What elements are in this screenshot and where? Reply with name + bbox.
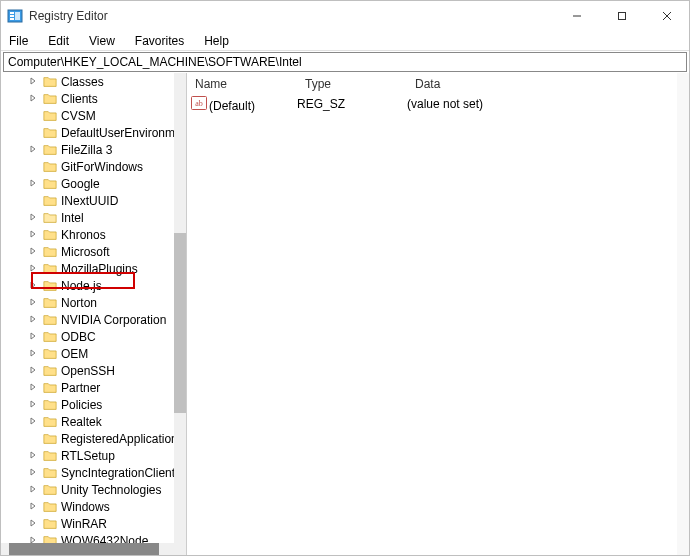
tree-item-google[interactable]: Google xyxy=(1,175,187,192)
chevron-right-icon[interactable] xyxy=(27,145,39,155)
folder-icon xyxy=(43,279,57,293)
chevron-right-icon[interactable] xyxy=(27,230,39,240)
chevron-right-icon[interactable] xyxy=(27,383,39,393)
tree-item-unity-technologies[interactable]: Unity Technologies xyxy=(1,481,187,498)
chevron-right-icon[interactable] xyxy=(27,332,39,342)
chevron-right-icon[interactable] xyxy=(27,502,39,512)
tree-item-oem[interactable]: OEM xyxy=(1,345,187,362)
list-vertical-scrollbar[interactable] xyxy=(677,73,689,555)
tree-item-classes[interactable]: Classes xyxy=(1,73,187,90)
tree-item-policies[interactable]: Policies xyxy=(1,396,187,413)
tree-item-label: WinRAR xyxy=(61,517,107,531)
tree-item-label: GitForWindows xyxy=(61,160,143,174)
tree-item-norton[interactable]: Norton xyxy=(1,294,187,311)
column-header-data[interactable]: Data xyxy=(407,77,689,91)
tree-item-label: Google xyxy=(61,177,100,191)
chevron-right-icon[interactable] xyxy=(27,485,39,495)
tree-item-label: FileZilla 3 xyxy=(61,143,112,157)
value-type-cell: REG_SZ xyxy=(297,97,407,111)
tree-item-nvidia-corporation[interactable]: NVIDIA Corporation xyxy=(1,311,187,328)
tree-item-label: OpenSSH xyxy=(61,364,115,378)
tree-view[interactable]: ClassesClientsCVSMDefaultUserEnvironment… xyxy=(1,73,187,549)
tree-item-microsoft[interactable]: Microsoft xyxy=(1,243,187,260)
svg-text:ab: ab xyxy=(195,99,203,108)
chevron-right-icon[interactable] xyxy=(27,298,39,308)
minimize-button[interactable] xyxy=(554,1,599,31)
tree-item-defaultuserenvironment[interactable]: DefaultUserEnvironment xyxy=(1,124,187,141)
folder-icon xyxy=(43,449,57,463)
list-row[interactable]: ab(Default)REG_SZ(value not set) xyxy=(187,95,689,113)
folder-icon xyxy=(43,75,57,89)
tree-item-label: OEM xyxy=(61,347,88,361)
folder-icon xyxy=(43,432,57,446)
address-text: Computer\HKEY_LOCAL_MACHINE\SOFTWARE\Int… xyxy=(8,55,302,69)
tree-item-label: Norton xyxy=(61,296,97,310)
svg-rect-3 xyxy=(10,18,14,20)
folder-icon xyxy=(43,364,57,378)
chevron-right-icon[interactable] xyxy=(27,179,39,189)
column-header-name[interactable]: Name xyxy=(187,77,297,91)
address-bar[interactable]: Computer\HKEY_LOCAL_MACHINE\SOFTWARE\Int… xyxy=(3,52,687,72)
tree-item-partner[interactable]: Partner xyxy=(1,379,187,396)
chevron-right-icon[interactable] xyxy=(27,213,39,223)
chevron-right-icon[interactable] xyxy=(27,281,39,291)
folder-icon xyxy=(43,398,57,412)
tree-item-label: CVSM xyxy=(61,109,96,123)
chevron-right-icon[interactable] xyxy=(27,349,39,359)
string-value-icon: ab xyxy=(191,96,207,110)
tree-vertical-scroll-thumb[interactable] xyxy=(174,233,186,413)
tree-item-odbc[interactable]: ODBC xyxy=(1,328,187,345)
tree-item-label: Node.js xyxy=(61,279,102,293)
chevron-right-icon[interactable] xyxy=(27,400,39,410)
chevron-right-icon[interactable] xyxy=(27,468,39,478)
chevron-right-icon[interactable] xyxy=(27,315,39,325)
column-header-type[interactable]: Type xyxy=(297,77,407,91)
folder-icon xyxy=(43,517,57,531)
tree-item-realtek[interactable]: Realtek xyxy=(1,413,187,430)
tree-item-khronos[interactable]: Khronos xyxy=(1,226,187,243)
chevron-right-icon[interactable] xyxy=(27,417,39,427)
window-title: Registry Editor xyxy=(29,9,554,23)
tree-item-inextuuid[interactable]: INextUUID xyxy=(1,192,187,209)
tree-item-openssh[interactable]: OpenSSH xyxy=(1,362,187,379)
maximize-button[interactable] xyxy=(599,1,644,31)
chevron-right-icon[interactable] xyxy=(27,451,39,461)
svg-rect-6 xyxy=(618,13,625,20)
chevron-right-icon[interactable] xyxy=(27,247,39,257)
folder-icon xyxy=(43,126,57,140)
chevron-right-icon[interactable] xyxy=(27,264,39,274)
close-button[interactable] xyxy=(644,1,689,31)
tree-item-registeredapplications[interactable]: RegisteredApplications xyxy=(1,430,187,447)
tree-item-filezilla-3[interactable]: FileZilla 3 xyxy=(1,141,187,158)
titlebar: Registry Editor xyxy=(1,1,689,31)
tree-horizontal-scroll-thumb[interactable] xyxy=(9,543,159,555)
tree-vertical-scrollbar[interactable] xyxy=(174,73,186,555)
list-body[interactable]: ab(Default)REG_SZ(value not set) xyxy=(187,95,689,113)
folder-icon xyxy=(43,92,57,106)
tree-item-gitforwindows[interactable]: GitForWindows xyxy=(1,158,187,175)
tree-item-syncintegrationclients[interactable]: SyncIntegrationClients xyxy=(1,464,187,481)
tree-item-clients[interactable]: Clients xyxy=(1,90,187,107)
tree-item-label: Classes xyxy=(61,75,104,89)
tree-item-node-js[interactable]: Node.js xyxy=(1,277,187,294)
svg-rect-4 xyxy=(15,12,20,20)
chevron-right-icon[interactable] xyxy=(27,366,39,376)
tree-item-mozillaplugins[interactable]: MozillaPlugins xyxy=(1,260,187,277)
tree-item-cvsm[interactable]: CVSM xyxy=(1,107,187,124)
tree-item-intel[interactable]: Intel xyxy=(1,209,187,226)
chevron-right-icon[interactable] xyxy=(27,94,39,104)
tree-item-label: Partner xyxy=(61,381,100,395)
chevron-right-icon[interactable] xyxy=(27,77,39,87)
tree-item-windows[interactable]: Windows xyxy=(1,498,187,515)
menu-edit[interactable]: Edit xyxy=(44,33,73,49)
menu-file[interactable]: File xyxy=(5,33,32,49)
menu-help[interactable]: Help xyxy=(200,33,233,49)
chevron-right-icon[interactable] xyxy=(27,519,39,529)
tree-horizontal-scrollbar[interactable] xyxy=(1,543,174,555)
tree-item-rtlsetup[interactable]: RTLSetup xyxy=(1,447,187,464)
menu-view[interactable]: View xyxy=(85,33,119,49)
menu-favorites[interactable]: Favorites xyxy=(131,33,188,49)
folder-icon xyxy=(43,296,57,310)
tree-item-label: Intel xyxy=(61,211,84,225)
tree-item-winrar[interactable]: WinRAR xyxy=(1,515,187,532)
